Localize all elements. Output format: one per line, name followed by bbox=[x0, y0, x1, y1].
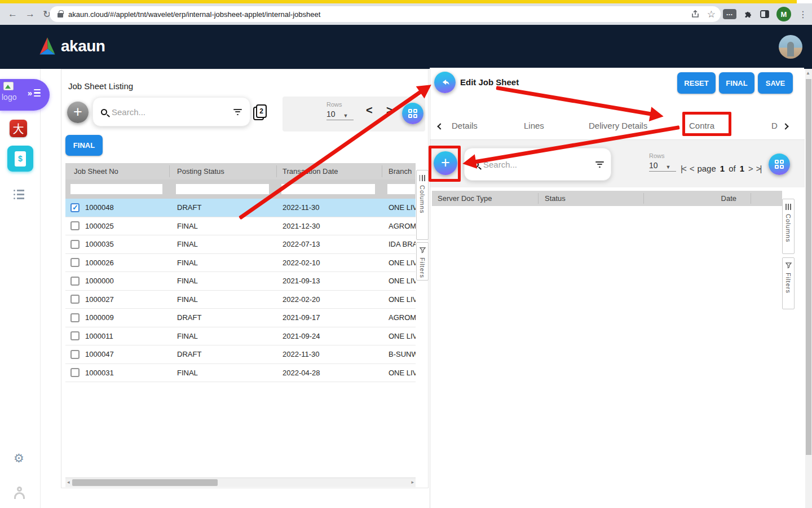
listing-prev-page-icon[interactable]: < bbox=[366, 104, 373, 117]
next-page-icon[interactable]: > bbox=[748, 164, 752, 173]
prev-page-icon[interactable]: < bbox=[690, 164, 694, 173]
row-checkbox[interactable] bbox=[70, 295, 80, 304]
search-filter-icon[interactable] bbox=[233, 109, 242, 115]
browser-forward-icon[interactable]: → bbox=[25, 8, 35, 20]
sidebar-logo-pill[interactable]: logo » bbox=[0, 79, 50, 111]
row-checkbox[interactable] bbox=[70, 221, 80, 230]
horizontal-scrollbar[interactable]: ◂ ▸ bbox=[65, 478, 416, 487]
col-header-date[interactable]: Date bbox=[714, 194, 736, 203]
listing-search-input[interactable] bbox=[112, 107, 233, 117]
contra-rows-select[interactable]: Rows 10▼ bbox=[649, 152, 676, 172]
password-extension-icon[interactable]: ••• bbox=[723, 9, 736, 19]
filter-job-sheet-no[interactable] bbox=[70, 183, 163, 195]
row-checkbox[interactable] bbox=[70, 240, 80, 249]
settings-gear-icon[interactable]: ⚙ bbox=[14, 452, 24, 465]
tabs-scroll-right-icon[interactable] bbox=[782, 123, 788, 129]
row-checkbox[interactable] bbox=[70, 277, 80, 286]
cell-job-sheet-no: 1000035 bbox=[85, 240, 167, 248]
row-checkbox[interactable] bbox=[70, 313, 80, 322]
profile-person-icon[interactable] bbox=[14, 487, 25, 499]
row-checkbox[interactable] bbox=[70, 368, 80, 377]
browser-profile-avatar[interactable]: M bbox=[776, 7, 791, 21]
sidebar-app-jobsheet[interactable]: $ bbox=[7, 146, 33, 172]
listing-final-button[interactable]: FINAL bbox=[65, 135, 103, 156]
first-page-icon[interactable]: |< bbox=[681, 164, 686, 173]
listing-rows-select[interactable]: Rows 10▼ bbox=[326, 101, 354, 120]
contra-table-header: Server Doc Type Status Date bbox=[432, 191, 782, 206]
row-checkbox[interactable] bbox=[70, 203, 80, 212]
table-row[interactable]: 1000009 DRAFT 2021-09-17 AGROMA bbox=[65, 309, 416, 327]
sidebar-app-red[interactable]: 大 bbox=[10, 120, 27, 137]
table-body: 1000048 DRAFT 2022-11-30 ONE LIVIN 10000… bbox=[65, 199, 416, 382]
col-header-branch[interactable]: Branch bbox=[389, 167, 412, 176]
cell-transaction-date: 2021-09-13 bbox=[283, 277, 378, 285]
tabs-scroll-left-icon[interactable] bbox=[437, 123, 443, 129]
browser-toolbar: ← → ↻ akaun.cloud/#/applet/tnt/wavelet/e… bbox=[0, 3, 812, 25]
listing-columns-tab[interactable]: Columns bbox=[416, 170, 429, 240]
tab-documents-clipped[interactable]: D bbox=[771, 121, 778, 130]
tab-delivery-details[interactable]: Delivery Details bbox=[589, 121, 647, 130]
save-button[interactable]: SAVE bbox=[758, 72, 793, 94]
scrollbar-thumb[interactable] bbox=[806, 79, 811, 455]
contra-columns-tab[interactable]: Columns bbox=[782, 199, 795, 254]
cell-posting-status: DRAFT bbox=[177, 313, 273, 322]
table-row[interactable]: 1000011 FINAL 2021-09-24 ONE LIVIN bbox=[65, 327, 416, 346]
columns-tab-label: Columns bbox=[419, 185, 426, 213]
filter-branch[interactable] bbox=[387, 183, 416, 195]
col-header-server-doc-type[interactable]: Server Doc Type bbox=[438, 194, 492, 203]
browser-menu-icon[interactable]: ⋮ bbox=[798, 9, 807, 20]
scroll-up-icon[interactable]: ▲ bbox=[806, 71, 810, 76]
listing-add-button[interactable]: + bbox=[67, 102, 89, 123]
tab-details[interactable]: Details bbox=[452, 121, 478, 130]
last-page-icon[interactable]: >| bbox=[756, 164, 761, 173]
table-row[interactable]: 1000027 FINAL 2022-02-20 ONE LIVIN bbox=[65, 291, 416, 309]
brand-logo[interactable]: akaun bbox=[37, 36, 105, 56]
contra-filters-tab[interactable]: Filters bbox=[782, 257, 795, 309]
address-bar[interactable]: akaun.cloud/#/applet/tnt/wavelet/erp/int… bbox=[50, 6, 721, 22]
table-row[interactable]: 1000031 FINAL 2022-04-28 ONE LIVIN bbox=[65, 364, 416, 383]
user-avatar[interactable] bbox=[779, 35, 802, 59]
table-row[interactable]: 1000025 FINAL 2021-12-30 AGROMA bbox=[65, 217, 416, 236]
reset-button[interactable]: RESET bbox=[677, 72, 716, 94]
col-header-status[interactable]: Status bbox=[545, 194, 566, 203]
duplicate-pages-icon[interactable]: 2 bbox=[253, 104, 268, 121]
contra-search-input[interactable] bbox=[483, 160, 595, 169]
contra-grid-view-button[interactable] bbox=[769, 154, 790, 175]
table-row[interactable]: 1000035 FINAL 2022-07-13 IDA BRAN bbox=[65, 235, 416, 254]
filter-posting-status[interactable] bbox=[175, 183, 270, 195]
cell-job-sheet-no: 1000025 bbox=[85, 222, 167, 230]
share-icon[interactable] bbox=[691, 10, 700, 19]
col-header-posting-status[interactable]: Posting Status bbox=[177, 167, 224, 176]
listing-title: Job Sheet Listing bbox=[68, 81, 133, 91]
final-button[interactable]: FINAL bbox=[719, 72, 754, 94]
browser-back-icon[interactable]: ← bbox=[8, 8, 17, 20]
listing-filters-tab[interactable]: Filters bbox=[416, 242, 429, 281]
table-row[interactable]: 1000026 FINAL 2022-02-10 ONE LIVIN bbox=[65, 254, 416, 273]
bookmark-star-icon[interactable]: ☆ bbox=[707, 8, 716, 20]
table-row[interactable]: 1000047 DRAFT 2022-11-30 B-SUNWA bbox=[65, 345, 416, 364]
tab-lines[interactable]: Lines bbox=[524, 121, 544, 130]
row-checkbox[interactable] bbox=[70, 258, 80, 267]
row-checkbox[interactable] bbox=[70, 331, 80, 340]
table-row[interactable]: 1000000 FINAL 2021-09-13 ONE LIVIN bbox=[65, 272, 416, 291]
side-panel-icon[interactable] bbox=[760, 10, 769, 18]
sidebar-list-icon[interactable] bbox=[14, 190, 24, 199]
rows-value: 10 bbox=[326, 110, 336, 119]
sidebar-collapse-icon[interactable]: » bbox=[28, 89, 41, 97]
scroll-right-icon[interactable]: ▸ bbox=[411, 479, 414, 485]
extensions-puzzle-icon[interactable] bbox=[744, 10, 753, 19]
filter-transaction-date[interactable] bbox=[281, 183, 376, 195]
search-filter-icon[interactable] bbox=[595, 161, 604, 168]
col-header-job-sheet-no[interactable]: Job Sheet No bbox=[74, 167, 118, 176]
listing-grid-view-button[interactable] bbox=[402, 103, 423, 124]
cell-branch: B-SUNWA bbox=[389, 350, 416, 358]
scroll-left-icon[interactable]: ◂ bbox=[67, 479, 70, 485]
cell-job-sheet-no: 1000011 bbox=[85, 332, 167, 340]
scrollbar-thumb[interactable] bbox=[72, 479, 218, 486]
cell-transaction-date: 2022-02-10 bbox=[283, 259, 378, 267]
back-button[interactable] bbox=[434, 72, 456, 93]
page-scrollbar[interactable]: ▲ bbox=[805, 69, 812, 508]
cell-transaction-date: 2021-09-17 bbox=[283, 313, 378, 322]
row-checkbox[interactable] bbox=[70, 350, 80, 359]
url-text: akaun.cloud/#/applet/tnt/wavelet/erp/int… bbox=[68, 10, 320, 19]
